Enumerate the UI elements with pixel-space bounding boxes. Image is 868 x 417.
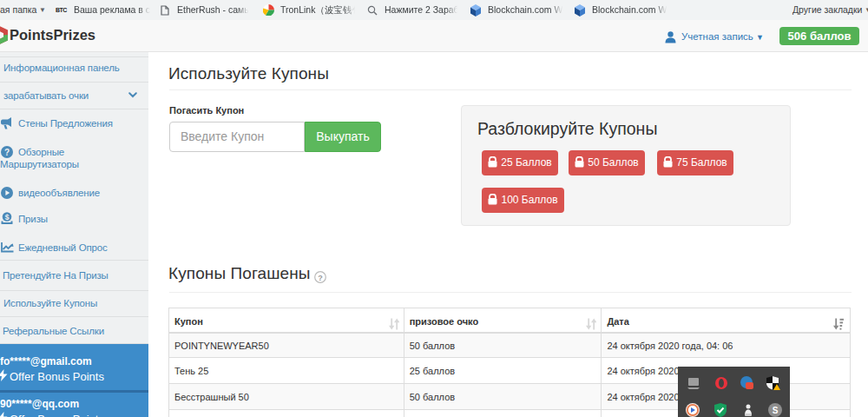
svg-text:S: S: [773, 406, 779, 415]
svg-text:?: ?: [4, 148, 10, 157]
svg-text:?: ?: [318, 274, 323, 282]
svg-text:$: $: [5, 213, 10, 222]
